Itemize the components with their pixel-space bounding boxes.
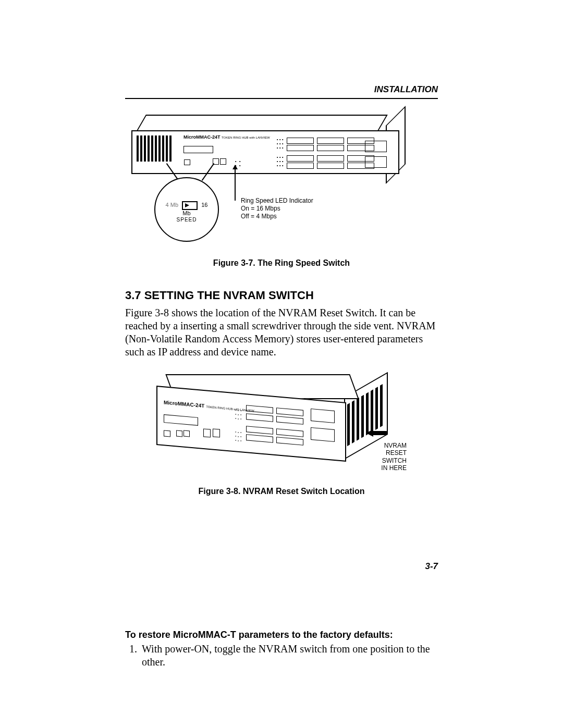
nvram-annotation: NVRAM RESET SWITCH IN HERE <box>375 442 407 472</box>
device-model-label: MicroMMAC-24T TOKEN RING HUB with LANVIE… <box>183 134 270 140</box>
section-paragraph: Figure 3-8 shows the location of the NVR… <box>125 306 438 359</box>
device-illustration: MicroMMAC-24T TOKEN RING HUB with LANVIE… <box>125 115 396 182</box>
device-model: MicroMMAC-24T <box>183 134 221 140</box>
magnifier-circle: 4 Mb 16 Mb SPEED <box>154 177 219 242</box>
mag-4mb-label: 4 Mb <box>166 202 178 208</box>
nvram-annotation-line2: RESET SWITCH <box>375 449 407 464</box>
restore-step-1: With power-ON, toggle the NVRAM switch f… <box>140 643 438 669</box>
figure-nvram-switch: MicroMMAC-24T TOKEN RING HUB with LANVIE… <box>156 374 407 494</box>
figure2-caption: Figure 3-8. NVRAM Reset Switch Location <box>125 487 438 496</box>
led-annotation: Ring Speed LED Indicator On = 16 Mbps Of… <box>241 197 313 220</box>
device-subtitle: TOKEN RING HUB with LANVIEW <box>222 136 270 139</box>
led-annotation-line2: On = 16 Mbps <box>241 205 313 213</box>
restore-heading: To restore MicroMMAC-T parameters to the… <box>125 630 438 640</box>
figure-ring-speed-switch: MicroMMAC-24T TOKEN RING HUB with LANVIE… <box>125 115 438 255</box>
section-heading: 3.7 SETTING THE NVRAM SWITCH <box>125 289 438 302</box>
page-number: 3-7 <box>425 561 438 572</box>
nvram-arrow-icon <box>366 427 389 438</box>
running-head: INSTALLATION <box>374 84 438 95</box>
mag-speed-label: SPEED <box>155 217 218 223</box>
led-annotation-line3: Off = 4 Mbps <box>241 213 313 220</box>
speed-switch-icon <box>182 201 198 210</box>
figure1-caption: Figure 3-7. The Ring Speed Switch <box>125 258 438 268</box>
nvram-annotation-line1: NVRAM <box>375 442 407 449</box>
led-annotation-line1: Ring Speed LED Indicator <box>241 197 313 205</box>
device-illustration-2: MicroMMAC-24T TOKEN RING HUB with LANVIE… <box>156 374 401 478</box>
nvram-annotation-line3: IN HERE <box>375 464 407 472</box>
restore-steps: With power-ON, toggle the NVRAM switch f… <box>125 643 438 669</box>
header-rule <box>125 98 438 99</box>
led-indicator-arrow-icon <box>235 165 236 201</box>
